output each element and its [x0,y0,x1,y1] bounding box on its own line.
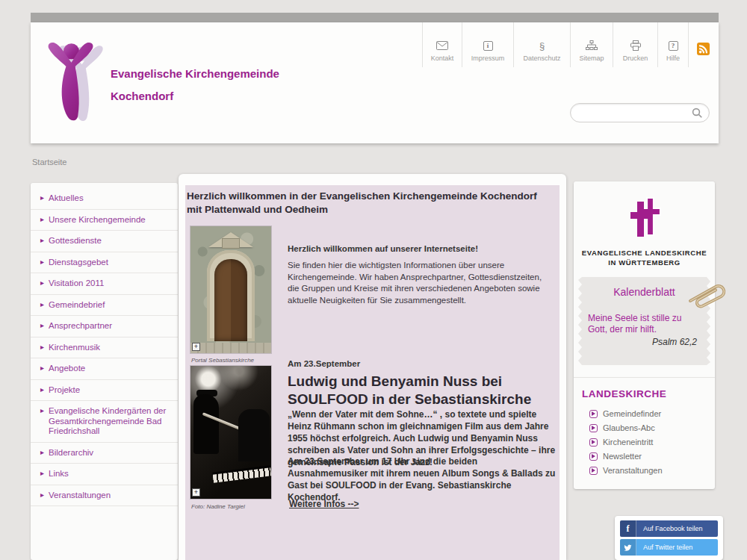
sidebar-item-links[interactable]: ▸Links [31,464,178,485]
site-header: Evangelische Kirchengemeinde Kochendorf … [31,22,719,143]
zoom-plus-icon[interactable]: + [192,343,200,351]
facebook-icon: f [620,520,636,537]
sidebar-item-ansprechpartner[interactable]: ▸Ansprechpartner [31,316,178,337]
toolbar-label: Sitemap [579,55,604,62]
search-area [570,103,710,122]
play-arrow-icon [589,410,598,418]
sidebar-item-dienstagsgebet[interactable]: ▸Dienstagsgebet [31,252,178,274]
site-title-line1: Evangelische Kirchengemeinde [111,63,279,85]
paragraph-icon: § [539,40,545,52]
triangle-bullet-icon: ▸ [40,385,44,395]
link-label: Gemeindefinder [603,409,661,418]
toolbar-label: Kontakt [431,55,454,62]
intro-heading: Herzlich willkommen auf unserer Internet… [288,244,555,253]
play-arrow-icon [589,424,598,432]
main-content-box: Herzlich willkommen in der Evangelischen… [179,174,566,560]
content-area: Herzlich willkommen in der Evangelischen… [185,185,560,560]
sidebar-item-projekte[interactable]: ▸Projekte [31,380,178,402]
triangle-bullet-icon: ▸ [40,405,44,416]
toolbar-label: Drucken [623,55,648,62]
sidebar-item-aktuelles[interactable]: ▸Aktuelles [31,188,178,210]
landeskirche-link-veranstaltungen[interactable]: Veranstaltungen [589,466,715,475]
landeskirche-link-newsletter[interactable]: Newsletter [589,452,715,461]
question-icon: ? [669,40,678,52]
sidebar-item-label: Ansprechpartner [49,321,112,330]
mail-icon [436,40,448,52]
triangle-bullet-icon: ▸ [40,299,44,310]
sidebar-item-angebote[interactable]: ▸Angebote [31,358,178,380]
intro-text: Sie finden hier die wichtigsten Informat… [288,260,555,306]
landeskirche-cross-icon [627,196,662,238]
landeskirche-link-kircheneintritt[interactable]: Kircheneintritt [589,438,715,447]
sidebar-item-unsere-kirchengemeinde[interactable]: ▸Unsere Kirchengemeinde [31,210,178,231]
toolbar-item-sitemap[interactable]: Sitemap [570,22,613,67]
kalenderblatt-verse: Meine Seele ist stille zu Gott, der mir … [588,313,700,335]
link-label: Newsletter [603,452,642,461]
top-gray-bar [31,13,719,22]
sidebar-item-label: Projekte [49,385,80,394]
sidebar-item-label: Gottesdienste [49,236,102,245]
sidebar-item-label: Unsere Kirchengemeinde [49,215,146,224]
toolbar-item-impressum[interactable]: i Impressum [462,22,513,67]
twitter-share-label: Auf Twitter teilen [636,539,718,556]
portal-sebastianskirche-photo[interactable]: + [190,226,271,353]
sidebar-item-visitation-2011[interactable]: ▸Visitation 2011 [31,273,178,295]
sidebar-item-gottesdienste[interactable]: ▸Gottesdienste [31,231,178,252]
zoom-plus-icon[interactable]: + [192,488,200,497]
sidebar-item-label: Kirchenmusik [49,343,100,352]
triangle-bullet-icon: ▸ [40,363,44,373]
landeskirche-link-glaubens-abc[interactable]: Glaubens-Abc [589,423,715,432]
triangle-bullet-icon: ▸ [40,468,44,479]
sidebar-item-bilderarchiv[interactable]: ▸Bilderarchiv [31,443,178,464]
play-arrow-icon [589,467,598,475]
sidebar-item-kirchenmusik[interactable]: ▸Kirchenmusik [31,337,178,359]
landeskirche-link-gemeindefinder[interactable]: Gemeindefinder [589,409,715,418]
sidebar-item-label: Bilderarchiv [49,448,93,457]
link-label: Kircheneintritt [603,438,653,447]
toolbar-label: Hilfe [666,55,680,62]
landeskirche-links-section: LANDESKIRCHE Gemeindefinder Glaubens-Abc… [574,377,715,480]
photo-caption: Portal Sebastianskirche [191,357,254,364]
sidebar-item-veranstaltungen[interactable]: ▸Veranstaltungen [31,485,178,507]
page-title: Herzlich willkommen in der Evangelischen… [187,190,551,216]
sidebar-item-label: Visitation 2011 [49,279,104,287]
landeskirche-logo[interactable]: Evangelische Landeskirche in Württemberg [574,196,715,267]
facebook-share-label: Auf Facebook teilen [636,520,718,537]
site-title-line2: Kochendorf [111,85,279,108]
toolbar-item-hilfe[interactable]: ? Hilfe [657,22,689,67]
triangle-bullet-icon: ▸ [40,320,44,331]
site-logo[interactable] [41,32,107,128]
link-label: Veranstaltungen [603,466,663,475]
toolbar-label: Impressum [471,55,505,62]
twitter-share-button[interactable]: Auf Twitter teilen [620,539,718,556]
sidebar-item-label: Aktuelles [49,193,84,202]
search-input[interactable] [570,103,710,122]
facebook-share-button[interactable]: f Auf Facebook teilen [620,520,718,537]
triangle-bullet-icon: ▸ [40,235,44,246]
toolbar-item-kontakt[interactable]: Kontakt [422,22,462,67]
rss-icon[interactable] [697,43,710,55]
photo-caption: Foto: Nadine Targiel [191,503,245,511]
triangle-bullet-icon: ▸ [40,193,44,203]
toolbar-item-drucken[interactable]: Drucken [613,22,657,67]
trombonist-silhouette-graphic [193,394,219,454]
sidebar-item-gemeindebrief[interactable]: ▸Gemeindebrief [31,295,178,317]
landeskirche-links-heading: LANDESKIRCHE [582,388,715,399]
printer-icon [630,40,642,52]
more-info-link[interactable]: Weitere Infos --> [289,499,359,509]
triangle-bullet-icon: ▸ [40,214,44,225]
jazz-musicians-photo[interactable]: + [190,366,271,499]
toolbar-item-datenschutz[interactable]: § Datenschutz [513,22,570,67]
sitemap-icon [586,40,598,52]
triangle-bullet-icon: ▸ [40,447,44,458]
play-arrow-icon [589,438,598,447]
portal-plaque-graphic [222,238,240,249]
article-date: Am 23.September [288,359,360,368]
triangle-bullet-icon: ▸ [40,257,44,267]
figure-logo-icon [41,32,107,128]
breadcrumb[interactable]: Startseite [32,158,66,167]
service-nav: Kontakt i Impressum § Datenschutz Sitema… [422,22,689,67]
right-column: Evangelische Landeskirche in Württemberg… [574,181,715,489]
search-icon[interactable] [692,108,703,122]
sidebar-item-kindergaerten[interactable]: ▸Evangelische Kindergärten der Gesamtkir… [31,401,178,443]
